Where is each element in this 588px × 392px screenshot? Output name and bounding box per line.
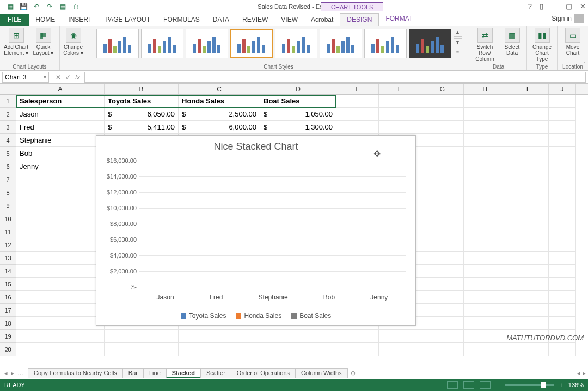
save-icon[interactable]: 💾	[20, 3, 27, 10]
sheet-nav-first-icon[interactable]: ◂	[4, 370, 8, 377]
cell[interactable]	[16, 265, 105, 277]
cell[interactable]	[16, 186, 105, 199]
select-data-button[interactable]: ▥ Select Data	[499, 28, 525, 62]
column-header[interactable]: G	[421, 84, 464, 94]
cell[interactable]	[16, 173, 105, 186]
maximize-icon[interactable]: ▢	[566, 2, 572, 10]
new-icon[interactable]: ▤	[59, 3, 66, 10]
sheet-tab[interactable]: Stacked	[166, 368, 201, 378]
cell[interactable]	[16, 212, 105, 225]
cell[interactable]	[549, 147, 576, 160]
cell[interactable]	[549, 173, 576, 186]
view-page-layout-icon[interactable]	[463, 381, 474, 389]
cell[interactable]: Fred	[16, 121, 105, 133]
tab-design[interactable]: DESIGN	[340, 13, 379, 26]
cell[interactable]	[506, 186, 549, 199]
name-box[interactable]: Chart 3 ▾	[2, 72, 49, 83]
cell[interactable]	[16, 238, 105, 251]
row-header[interactable]: 7	[0, 173, 16, 186]
switch-row-column-button[interactable]: ⇄ Switch Row/ Column	[472, 28, 498, 62]
cell[interactable]	[506, 95, 549, 107]
cell[interactable]	[179, 343, 260, 356]
cell[interactable]	[421, 265, 464, 277]
gallery-up-icon[interactable]: ▲	[454, 28, 462, 37]
cell[interactable]	[549, 278, 576, 290]
cell[interactable]	[549, 238, 576, 251]
cell[interactable]	[16, 343, 105, 356]
cell[interactable]	[379, 330, 421, 342]
cell[interactable]	[421, 173, 464, 186]
cell[interactable]	[506, 238, 549, 251]
cell[interactable]	[16, 330, 105, 342]
cell[interactable]	[421, 291, 464, 303]
cell[interactable]	[421, 343, 464, 356]
cell[interactable]	[421, 278, 464, 290]
sheet-nav-prev-icon[interactable]: ▸	[11, 370, 14, 377]
chart-style-gallery[interactable]	[95, 28, 452, 59]
cell[interactable]	[336, 343, 379, 356]
cell[interactable]	[549, 199, 576, 212]
row-header[interactable]: 9	[0, 199, 16, 212]
sheet-nav-more-icon[interactable]: …	[17, 370, 23, 377]
sign-in[interactable]: Sign in	[547, 11, 588, 26]
row-header[interactable]: 15	[0, 278, 16, 291]
cell[interactable]	[506, 278, 549, 290]
cell[interactable]	[464, 186, 506, 199]
cell[interactable]	[421, 108, 464, 120]
cell[interactable]	[464, 225, 506, 238]
cell[interactable]	[506, 199, 549, 212]
chart-style-thumb[interactable]	[364, 29, 407, 58]
row-header[interactable]: 8	[0, 186, 16, 199]
cell[interactable]	[379, 108, 421, 120]
chart-style-thumb[interactable]	[96, 29, 139, 58]
legend-item[interactable]: Honda Sales	[236, 312, 281, 320]
cell[interactable]	[506, 134, 549, 146]
sheet-tab[interactable]: Scatter	[200, 368, 231, 378]
cell[interactable]	[506, 225, 549, 238]
cell[interactable]	[464, 95, 506, 107]
cell[interactable]	[336, 108, 379, 120]
cell[interactable]	[16, 199, 105, 212]
cell[interactable]: Toyota Sales	[105, 95, 179, 107]
cell[interactable]	[549, 95, 576, 107]
cell[interactable]	[179, 330, 260, 342]
cell[interactable]	[506, 304, 549, 316]
move-chart-button[interactable]: ▭ Move Chart	[560, 28, 586, 56]
cell[interactable]	[549, 291, 576, 303]
cell[interactable]	[336, 330, 379, 342]
cell[interactable]: Bob	[16, 147, 105, 160]
enter-formula-icon[interactable]: ✓	[65, 74, 71, 81]
cell[interactable]	[506, 147, 549, 160]
cell[interactable]	[421, 160, 464, 173]
cell[interactable]	[105, 343, 179, 356]
cell[interactable]	[464, 160, 506, 173]
row-header[interactable]: 20	[0, 343, 16, 356]
chart-title[interactable]: Nice Stacked Chart	[96, 136, 415, 156]
row-header[interactable]: 3	[0, 121, 16, 134]
sheet-tab[interactable]: Column Widths	[295, 368, 348, 378]
cell[interactable]	[549, 186, 576, 199]
chevron-down-icon[interactable]: ▾	[44, 74, 46, 80]
row-header[interactable]: 10	[0, 212, 16, 225]
cell[interactable]	[506, 173, 549, 186]
cell[interactable]	[421, 304, 464, 316]
cell[interactable]	[336, 121, 379, 133]
gallery-more-icon[interactable]: ≡	[454, 48, 462, 57]
close-icon[interactable]: ✕	[580, 2, 586, 10]
fx-icon[interactable]: fx	[75, 74, 80, 81]
cell[interactable]: Jason	[16, 108, 105, 120]
cell[interactable]	[421, 225, 464, 238]
cell[interactable]	[16, 304, 105, 316]
undo-icon[interactable]: ↶	[33, 3, 40, 10]
legend-item[interactable]: Toyota Sales	[181, 312, 226, 320]
help-icon[interactable]: ?	[528, 2, 532, 10]
column-header[interactable]: J	[549, 84, 576, 94]
tab-file[interactable]: FILE	[0, 14, 29, 26]
chart-style-thumb[interactable]	[141, 29, 183, 58]
cell[interactable]	[16, 278, 105, 290]
cell[interactable]	[464, 278, 506, 290]
legend-item[interactable]: Boat Sales	[291, 312, 331, 320]
cell[interactable]	[549, 225, 576, 238]
cell[interactable]	[506, 121, 549, 133]
cell[interactable]	[464, 238, 506, 251]
